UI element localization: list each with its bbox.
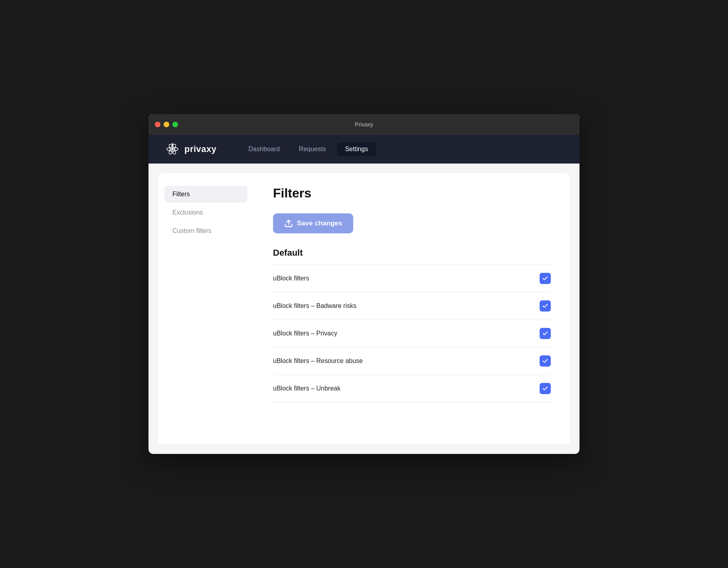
svg-point-5: [172, 143, 173, 145]
nav-dashboard[interactable]: Dashboard: [241, 142, 288, 156]
main-content: Filters Exclusions Custom filters Filter…: [158, 173, 570, 444]
sidebar-item-custom-filters[interactable]: Custom filters: [164, 223, 247, 239]
filter-label-3: uBlock filters – Resource abuse: [273, 357, 363, 365]
filter-item-3: uBlock filters – Resource abuse: [273, 347, 551, 375]
save-button-label: Save changes: [297, 219, 342, 227]
check-icon-3: [542, 358, 548, 364]
app-window: Privaxy privaxy Dashboard Requests Setti…: [148, 114, 580, 454]
window-title: Privaxy: [355, 121, 373, 128]
logo-text: privaxy: [184, 144, 217, 154]
nav-links: Dashboard Requests Settings: [241, 142, 376, 156]
save-icon: [284, 219, 293, 228]
check-icon-2: [542, 330, 548, 337]
logo-icon: [164, 141, 180, 157]
filter-label-0: uBlock filters: [273, 275, 309, 282]
filter-label-2: uBlock filters – Privacy: [273, 330, 337, 337]
check-icon-4: [542, 385, 548, 392]
page-title: Filters: [273, 186, 551, 201]
filter-checkbox-0[interactable]: [540, 273, 551, 284]
nav-settings[interactable]: Settings: [337, 142, 376, 156]
filter-item-2: uBlock filters – Privacy: [273, 320, 551, 347]
nav-requests[interactable]: Requests: [291, 142, 334, 156]
filter-item-1: uBlock filters – Badware risks: [273, 292, 551, 320]
check-icon-0: [542, 275, 548, 282]
logo: privaxy: [164, 141, 217, 157]
filter-checkbox-2[interactable]: [540, 328, 551, 339]
titlebar: Privaxy: [148, 114, 580, 135]
maximize-button[interactable]: [172, 122, 178, 127]
filter-item-0: uBlock filters: [273, 265, 551, 292]
filter-checkbox-4[interactable]: [540, 383, 551, 394]
sidebar: Filters Exclusions Custom filters: [158, 173, 254, 444]
close-button[interactable]: [155, 122, 160, 127]
window-controls: [155, 122, 178, 127]
check-icon-1: [542, 303, 548, 309]
sidebar-item-filters[interactable]: Filters: [164, 186, 247, 203]
filter-item-4: uBlock filters – Unbreak: [273, 375, 551, 402]
filter-label-4: uBlock filters – Unbreak: [273, 385, 340, 392]
filter-list: uBlock filters uBlock filters – Badware …: [273, 264, 551, 402]
filter-checkbox-3[interactable]: [540, 355, 551, 367]
filter-label-1: uBlock filters – Badware risks: [273, 302, 356, 310]
sidebar-item-exclusions[interactable]: Exclusions: [164, 204, 247, 221]
navbar: privaxy Dashboard Requests Settings: [148, 135, 580, 164]
save-changes-button[interactable]: Save changes: [273, 213, 353, 233]
filter-checkbox-1[interactable]: [540, 300, 551, 312]
section-title: Default: [273, 248, 551, 258]
content-area: Filters Save changes Default uBlock filt…: [254, 173, 570, 444]
minimize-button[interactable]: [164, 122, 169, 127]
